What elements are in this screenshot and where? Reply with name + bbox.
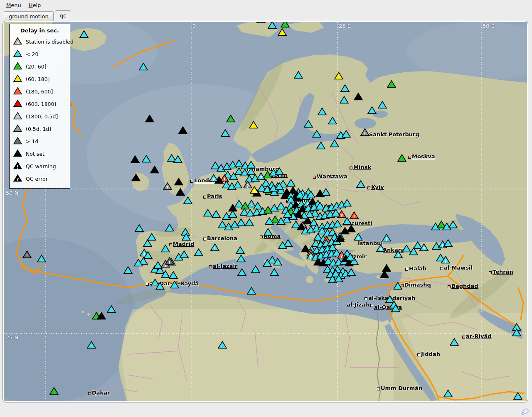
station-marker[interactable]	[142, 155, 151, 163]
station-marker[interactable]	[382, 264, 391, 272]
station-marker[interactable]	[37, 254, 46, 262]
station-marker[interactable]	[334, 274, 343, 282]
station-marker[interactable]	[347, 224, 356, 233]
station-marker[interactable]	[161, 244, 170, 253]
station-marker[interactable]	[123, 266, 133, 274]
station-marker[interactable]	[275, 182, 284, 190]
station-marker[interactable]	[236, 218, 246, 226]
station-marker[interactable]	[334, 71, 343, 80]
station-marker[interactable]	[450, 338, 459, 346]
station-marker[interactable]	[276, 201, 286, 210]
station-marker[interactable]	[294, 71, 303, 79]
station-marker[interactable]	[97, 312, 106, 320]
station-marker[interactable]	[330, 139, 339, 147]
connection-status-icon[interactable]	[520, 407, 530, 416]
station-marker[interactable]	[402, 244, 411, 253]
station-marker[interactable]	[316, 141, 325, 150]
station-marker[interactable]	[448, 220, 458, 228]
station-marker[interactable]	[263, 259, 272, 267]
station-marker[interactable]	[229, 172, 238, 180]
station-marker[interactable]	[145, 114, 154, 123]
station-marker[interactable]	[221, 129, 230, 137]
station-marker[interactable]	[174, 177, 183, 186]
station-marker[interactable]	[265, 217, 274, 225]
station-marker[interactable]: !	[210, 243, 219, 251]
station-marker[interactable]	[391, 304, 400, 312]
station-marker[interactable]: ?	[441, 255, 450, 264]
station-marker[interactable]	[212, 210, 221, 218]
station-marker[interactable]	[268, 21, 277, 29]
station-marker[interactable]	[273, 258, 282, 266]
station-marker[interactable]	[342, 130, 351, 138]
station-marker[interactable]	[169, 271, 178, 279]
station-marker[interactable]	[318, 107, 327, 115]
station-marker[interactable]	[173, 155, 182, 163]
station-marker[interactable]	[251, 265, 260, 273]
station-marker[interactable]	[182, 233, 191, 241]
station-marker[interactable]	[249, 120, 258, 129]
station-marker[interactable]: !	[165, 257, 174, 265]
tab-ground-motion[interactable]: ground motion	[4, 11, 54, 21]
station-marker[interactable]	[180, 250, 189, 258]
station-marker[interactable]	[312, 130, 321, 138]
station-marker[interactable]	[340, 96, 349, 104]
station-marker[interactable]: ?	[376, 244, 385, 252]
station-marker[interactable]: ?	[382, 233, 391, 242]
station-marker[interactable]	[397, 154, 406, 162]
station-marker[interactable]	[387, 80, 396, 88]
station-marker[interactable]	[264, 228, 273, 236]
menu-item-menu[interactable]: Menu	[2, 1, 25, 10]
station-marker[interactable]	[342, 199, 352, 207]
station-marker[interactable]	[346, 253, 355, 261]
station-marker[interactable]	[443, 239, 453, 247]
station-marker[interactable]	[203, 208, 212, 217]
station-marker[interactable]	[328, 116, 337, 125]
station-marker[interactable]	[87, 341, 96, 349]
station-marker[interactable]	[321, 188, 330, 196]
station-marker[interactable]: ?	[163, 182, 172, 190]
station-marker[interactable]	[278, 28, 287, 36]
station-marker[interactable]	[236, 246, 245, 254]
station-marker[interactable]	[233, 180, 242, 189]
station-marker[interactable]: ?	[419, 243, 429, 251]
station-marker[interactable]	[194, 248, 203, 256]
station-marker[interactable]	[176, 188, 185, 196]
station-marker[interactable]	[278, 241, 287, 249]
station-marker[interactable]	[49, 387, 59, 395]
station-marker[interactable]: !	[360, 128, 369, 136]
station-marker[interactable]	[513, 392, 522, 400]
station-marker[interactable]	[134, 258, 143, 267]
station-marker[interactable]	[150, 165, 159, 174]
station-marker[interactable]: !	[22, 250, 32, 258]
station-marker[interactable]	[275, 167, 284, 175]
station-marker[interactable]	[256, 21, 266, 23]
station-marker[interactable]: ?	[354, 233, 363, 241]
station-marker[interactable]	[147, 233, 156, 241]
station-marker[interactable]	[107, 305, 116, 313]
station-marker[interactable]	[218, 341, 227, 349]
station-marker[interactable]	[131, 155, 140, 163]
station-marker[interactable]	[135, 224, 144, 232]
station-marker[interactable]	[356, 180, 365, 188]
station-marker[interactable]	[335, 234, 345, 242]
station-marker[interactable]	[286, 179, 296, 187]
station-marker[interactable]	[245, 218, 254, 226]
station-marker[interactable]	[378, 101, 387, 109]
station-marker[interactable]	[340, 84, 350, 92]
station-marker[interactable]	[443, 389, 453, 397]
map-view[interactable]: 25 W025 E50 E50 N25 N LondonParisMadridB…	[3, 21, 528, 402]
station-marker[interactable]	[281, 21, 290, 28]
station-marker[interactable]	[304, 120, 313, 128]
station-marker[interactable]	[354, 92, 363, 101]
menu-item-help[interactable]: Help	[25, 1, 45, 10]
station-marker[interactable]	[131, 173, 140, 182]
station-marker[interactable]	[165, 223, 174, 232]
station-marker[interactable]	[79, 30, 89, 38]
station-marker[interactable]	[178, 126, 187, 134]
station-marker[interactable]	[270, 268, 279, 276]
station-marker[interactable]	[247, 287, 256, 295]
station-marker[interactable]	[512, 328, 521, 336]
station-marker[interactable]	[393, 282, 402, 290]
station-marker[interactable]: !	[394, 250, 403, 258]
tab-qc[interactable]: qc	[55, 10, 71, 21]
